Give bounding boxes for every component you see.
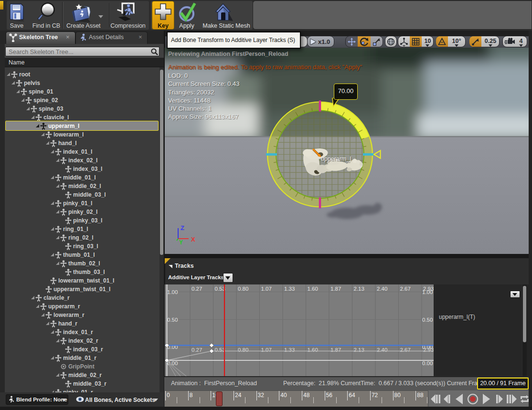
svg-text:2.67: 2.67 xyxy=(400,347,411,353)
svg-text:1.07: 1.07 xyxy=(261,286,272,292)
svg-text:Z: Z xyxy=(181,224,184,231)
svg-text:1.33: 1.33 xyxy=(284,286,295,292)
svg-text:1.60: 1.60 xyxy=(308,347,318,353)
svg-text:1.00: 1.00 xyxy=(422,289,433,295)
svg-text:0.80: 0.80 xyxy=(238,347,248,353)
svg-text:2.67: 2.67 xyxy=(400,286,411,292)
svg-text:1.00: 1.00 xyxy=(167,289,178,295)
svg-text:0.27: 0.27 xyxy=(192,347,202,353)
svg-text:upperarm_l(T): upperarm_l(T) xyxy=(439,314,475,320)
svg-text:0.53: 0.53 xyxy=(215,347,225,353)
svg-text:0.53: 0.53 xyxy=(215,286,225,292)
svg-text:1.87: 1.87 xyxy=(330,347,341,353)
svg-text:0.00: 0.00 xyxy=(422,360,433,366)
svg-text:2.40: 2.40 xyxy=(377,347,387,353)
svg-text:0.80: 0.80 xyxy=(238,286,248,292)
svg-text:2.40: 2.40 xyxy=(377,286,387,292)
svg-text:X: X xyxy=(191,236,195,243)
svg-text:0.27: 0.27 xyxy=(192,286,202,292)
svg-text:1.87: 1.87 xyxy=(330,286,341,292)
svg-text:2.13: 2.13 xyxy=(354,286,364,292)
svg-text:0.50: 0.50 xyxy=(422,317,433,323)
svg-text:2.13: 2.13 xyxy=(354,347,364,353)
svg-text:0.50: 0.50 xyxy=(167,317,178,323)
svg-text:1.33: 1.33 xyxy=(284,347,295,353)
svg-text:1.60: 1.60 xyxy=(308,286,318,292)
svg-text:1.07: 1.07 xyxy=(261,347,272,353)
svg-text:Y: Y xyxy=(179,239,183,246)
svg-text:2.93: 2.93 xyxy=(423,347,434,353)
